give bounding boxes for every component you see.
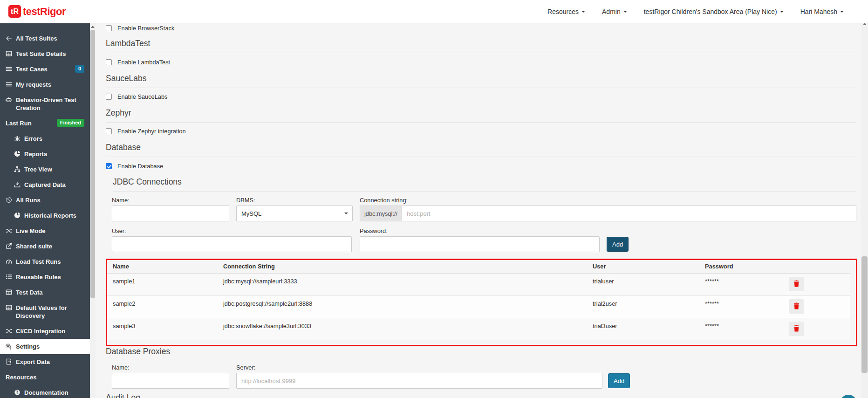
sidebar-item-reusable-rules[interactable]: Reusable Rules: [0, 269, 90, 285]
cell-user: trial2user: [586, 296, 698, 318]
jdbc-dbms-select[interactable]: MySQL: [236, 206, 353, 221]
sidebar-item-last-run[interactable]: Last RunFinished: [0, 116, 90, 131]
window-scrollbar[interactable]: [861, 21, 868, 398]
sidebar-item-historical-reports[interactable]: Historical Reports: [0, 208, 90, 223]
column-header-password: Password: [698, 260, 783, 274]
delete-connection-button[interactable]: [789, 299, 804, 314]
sidebar-item-captured-data[interactable]: Captured Data: [0, 177, 90, 192]
list-icon: [6, 81, 12, 88]
enable-lambdatest-checkbox[interactable]: [106, 59, 112, 65]
enable-database-label: Enable Database: [117, 163, 163, 170]
jdbc-password-input[interactable]: [360, 236, 600, 252]
sidebar-item-label: Test Suite Details: [16, 50, 66, 58]
table-row: sample2jdbc:postgresql://sample2url:8888…: [106, 296, 850, 318]
testrigor-logo-icon: tR: [8, 5, 21, 18]
scroll-up-icon[interactable]: [91, 26, 95, 28]
section-heading-saucelabs: SauceLabs: [106, 74, 856, 88]
sidebar-item-errors[interactable]: Errors: [0, 131, 90, 146]
cell-actions: [783, 274, 850, 296]
proxy-add-button[interactable]: Add: [608, 373, 630, 388]
proxy-server-label: Server:: [236, 364, 255, 371]
sidebar-item-label: Historical Reports: [24, 212, 76, 220]
section-heading-lambdatest: LambdaTest: [106, 39, 856, 53]
proxy-name-input[interactable]: [112, 373, 229, 389]
jdbc-connection-string-input[interactable]: [402, 206, 856, 221]
shuffle-icon: [6, 227, 12, 234]
history-icon: [6, 197, 12, 203]
sidebar-item-label: Behavior-Driven Test Creation: [16, 96, 84, 112]
sidebar-item-load-test-runs[interactable]: Load Test Runs: [0, 254, 90, 269]
nav-admin-label: Admin: [602, 8, 621, 15]
nav-workspace-label: testRigor Children's Sandbox Area (Play …: [644, 8, 777, 15]
jdbc-user-input[interactable]: [112, 236, 352, 252]
sidebar-item-shared-suite[interactable]: Shared suite: [0, 239, 90, 254]
cell-user: trialuser: [586, 274, 698, 296]
sidebar-item-documentation[interactable]: ?Documentation: [0, 385, 90, 398]
sidebar-item-my-requests[interactable]: My requests: [0, 77, 90, 92]
enable-lambdatest-row: Enable LambdaTest: [106, 59, 170, 66]
sidebar: All Test SuitesTest Suite DetailsTest Ca…: [0, 23, 90, 398]
trash-icon: [793, 325, 800, 333]
jdbc-add-button[interactable]: Add: [607, 237, 629, 252]
sidebar-item-test-suite-details[interactable]: Test Suite Details: [0, 46, 90, 62]
window-scrollbar-thumb[interactable]: [861, 256, 868, 373]
sidebar-item-label: All Runs: [16, 196, 41, 204]
gauge-icon: [6, 258, 12, 265]
sidebar-item-label: Errors: [24, 135, 42, 143]
jdbc-connection-string-label: Connection string:: [360, 197, 408, 204]
sidebar-item-all-runs[interactable]: All Runs: [0, 192, 90, 208]
sidebar-item-settings[interactable]: Settings: [0, 339, 90, 354]
sidebar-item-label: Load Test Runs: [16, 258, 61, 266]
sidebar-item-tree-view[interactable]: Tree View: [0, 162, 90, 177]
column-header-user: User: [586, 260, 698, 274]
jdbc-name-input[interactable]: [112, 206, 229, 221]
trash-icon: [793, 302, 800, 311]
section-heading-zephyr: Zephyr: [106, 108, 856, 123]
content-scrollbar[interactable]: [90, 23, 96, 398]
table-icon: [6, 289, 12, 295]
sidebar-item-default-values-for-discovery[interactable]: Default Values for Discovery: [0, 300, 90, 323]
trash-icon: [793, 280, 800, 288]
column-header-connection-string: Connection String: [217, 260, 586, 274]
enable-zephyr-label: Enable Zephyr integration: [117, 128, 186, 135]
sidebar-item-test-data[interactable]: Test Data: [0, 285, 90, 300]
content-scrollbar-thumb[interactable]: [90, 30, 95, 298]
sidebar-item-test-cases[interactable]: Test Cases0: [0, 62, 90, 77]
testrigor-logo[interactable]: tR testRigor: [8, 5, 66, 18]
status-badge: 0: [75, 65, 84, 73]
chevron-down-icon: [840, 11, 844, 13]
list-icon: [6, 66, 12, 72]
delete-connection-button[interactable]: [789, 277, 804, 291]
enable-zephyr-row: Enable Zephyr integration: [106, 128, 186, 135]
enable-saucelabs-label: Enable SauceLabs: [117, 93, 167, 100]
cell-connection: jdbc:mysql://sampleurl:3333: [217, 274, 586, 296]
enable-saucelabs-checkbox[interactable]: [106, 94, 112, 100]
nav-admin[interactable]: Admin: [602, 8, 627, 15]
jdbc-dbms-select-wrap: MySQL: [236, 206, 353, 221]
sidebar-item-all-test-suites[interactable]: All Test Suites: [0, 31, 90, 46]
enable-browserstack-checkbox[interactable]: [106, 25, 112, 31]
nav-resources[interactable]: Resources: [547, 8, 585, 15]
sidebar-item-behavior-driven-test-creation[interactable]: Behavior-Driven Test Creation: [0, 92, 90, 116]
sidebar-item-label: Documentation: [24, 389, 68, 397]
sidebar-item-resources[interactable]: Resources: [0, 370, 90, 385]
cell-password: ******: [698, 318, 783, 341]
sidebar-item-label: Reusable Rules: [16, 273, 61, 281]
enable-database-checkbox[interactable]: [106, 163, 112, 169]
chevron-down-icon: [344, 213, 348, 214]
sidebar-item-ci-cd-integration[interactable]: CI/CD Integration: [0, 323, 90, 339]
sidebar-item-live-mode[interactable]: Live Mode: [0, 223, 90, 239]
proxy-server-input[interactable]: [236, 373, 602, 389]
sidebar-item-label: CI/CD Integration: [16, 327, 65, 335]
sidebar-item-reports[interactable]: Reports: [0, 146, 90, 162]
nav-user-menu[interactable]: Hari Mahesh: [800, 8, 844, 15]
download-icon: [14, 181, 21, 188]
enable-browserstack-label: Enable BrowserStack: [117, 25, 174, 32]
delete-connection-button[interactable]: [789, 322, 804, 336]
robot-icon: [6, 96, 12, 103]
enable-zephyr-checkbox[interactable]: [106, 128, 112, 134]
cell-actions: [783, 318, 850, 341]
sidebar-item-export-data[interactable]: Export Data: [0, 354, 90, 370]
nav-workspace[interactable]: testRigor Children's Sandbox Area (Play …: [644, 8, 784, 15]
app-header: tR testRigor Resources Admin testRigor C…: [0, 0, 868, 23]
